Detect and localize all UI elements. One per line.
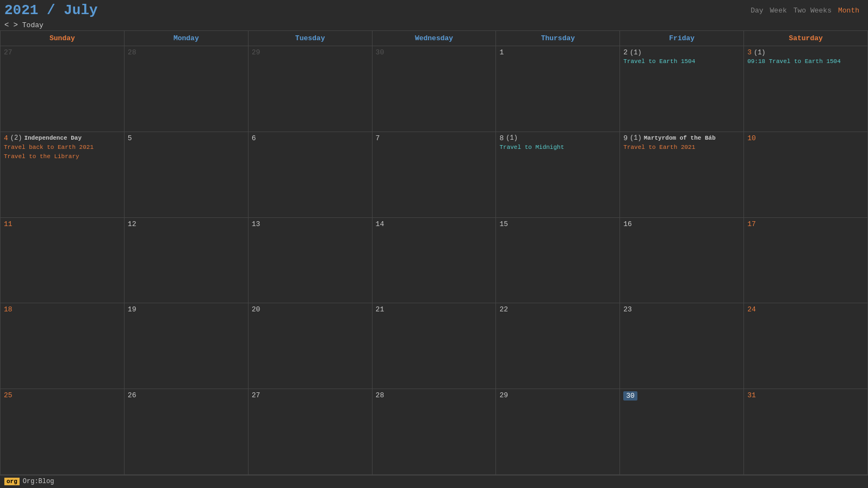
calendar-event[interactable]: Travel back to Earth 2021 [4,143,121,152]
next-button[interactable]: > [13,21,17,29]
day-number: 29 [499,391,508,399]
calendar-cell[interactable]: 7 [373,132,497,217]
calendar-cell[interactable]: 16 [620,218,744,303]
calendar-event[interactable]: 09:18 Travel to Earth 1504 [747,58,864,66]
calendar-cell[interactable]: 6 [249,132,373,217]
calendar-cell[interactable]: 17 [744,218,868,303]
event-count: (2) [10,134,22,142]
calendar-cell[interactable]: 9(1)Martyrdom of the BábTravel to Earth … [620,132,744,217]
calendar-cell[interactable]: 18 [0,303,125,389]
day-header-sunday: Sunday [0,30,125,46]
calendar-cell[interactable]: 2(1)Travel to Earth 1504 [620,46,744,132]
day-number: 25 [4,391,13,399]
year-label: 2021 [4,2,38,18]
calendar-cell[interactable]: 10 [744,132,868,217]
day-number: 7 [376,134,380,142]
calendar-cell[interactable]: 20 [249,303,373,389]
calendar-cell[interactable]: 29 [496,389,620,474]
day-number: 30 [376,48,385,57]
day-number: 10 [747,134,756,142]
day-number: 14 [376,220,385,228]
event-count: (1) [506,134,518,142]
footer: org Org:Blog [0,475,868,487]
day-number: 6 [252,134,256,142]
calendar-event[interactable]: Travel to Earth 2021 [623,143,740,152]
day-header-tuesday: Tuesday [249,30,373,46]
calendar-cell[interactable]: 24 [744,303,868,389]
calendar-cell[interactable]: 27 [249,389,373,474]
page-title: 2021 / July [4,2,98,18]
calendar-cell[interactable]: 15 [496,218,620,303]
calendar-cell[interactable]: 22 [496,303,620,389]
today-button[interactable]: Today [22,21,44,29]
view-month-button[interactable]: Month [838,7,859,15]
day-headers: SundayMondayTuesdayWednesdayThursdayFrid… [0,30,868,46]
day-number: 21 [376,305,385,314]
calendar-cell[interactable]: 27 [0,46,125,132]
calendar-week-1: 4(2)Independence DayTravel back to Earth… [0,132,868,218]
day-number: 15 [499,220,508,228]
calendar-cell[interactable]: 23 [620,303,744,389]
view-switcher: Day Week Two Weeks Month [751,7,859,15]
holiday-label: Independence Day [24,135,82,141]
day-number: 27 [4,48,13,57]
calendar-week-4: 25262728293031 [0,389,868,475]
day-number: 30 [623,391,637,401]
calendar-cell[interactable]: 19 [125,303,249,389]
event-count: (1) [630,134,642,142]
day-number: 28 [376,391,385,399]
calendar-cell[interactable]: 14 [373,218,497,303]
day-number: 9 [623,134,628,142]
calendar-event[interactable]: Travel to Earth 1504 [623,58,740,66]
calendar-event[interactable]: Travel to Midnight [499,143,616,152]
day-number: 24 [747,305,756,314]
prev-button[interactable]: < [4,21,9,29]
calendar-main: SundayMondayTuesdayWednesdayThursdayFrid… [0,30,868,475]
day-number: 12 [128,220,137,228]
day-number: 2 [623,48,628,57]
calendar-cell[interactable]: 28 [125,46,249,132]
day-number: 22 [499,305,508,314]
calendar-week-2: 11121314151617 [0,218,868,304]
calendar-cell[interactable]: 21 [373,303,497,389]
view-week-button[interactable]: Week [770,7,787,15]
calendar-cell[interactable]: 29 [249,46,373,132]
calendar-grid: 2728293012(1)Travel to Earth 15043(1)09:… [0,46,868,475]
day-number: 26 [128,391,137,399]
day-number: 23 [623,305,632,314]
calendar-cell[interactable]: 30 [373,46,497,132]
day-number: 27 [252,391,261,399]
calendar-cell[interactable]: 26 [125,389,249,474]
calendar-cell[interactable]: 12 [125,218,249,303]
day-number: 19 [128,305,137,314]
calendar-cell[interactable]: 11 [0,218,125,303]
day-number: 16 [623,220,632,228]
footer-tag: org [4,478,20,485]
view-day-button[interactable]: Day [751,7,763,15]
calendar-cell[interactable]: 5 [125,132,249,217]
day-number: 5 [128,134,132,142]
day-number: 28 [128,48,137,57]
holiday-label: Martyrdom of the Báb [644,135,716,141]
calendar-cell[interactable]: 8(1)Travel to Midnight [496,132,620,217]
calendar-cell[interactable]: 30 [620,389,744,474]
event-count: (1) [630,49,642,57]
nav-row: < > Today [0,20,868,30]
calendar-event[interactable]: Travel to the Library [4,153,121,161]
day-number: 17 [747,220,756,228]
day-header-saturday: Saturday [744,30,868,46]
calendar-cell[interactable]: 4(2)Independence DayTravel back to Earth… [0,132,125,217]
calendar-cell[interactable]: 28 [373,389,497,474]
calendar-cell[interactable]: 13 [249,218,373,303]
day-number: 8 [499,134,504,142]
day-number: 20 [252,305,261,314]
calendar-cell[interactable]: 3(1)09:18 Travel to Earth 1504 [744,46,868,132]
calendar-cell[interactable]: 1 [496,46,620,132]
day-header-wednesday: Wednesday [373,30,497,46]
calendar-week-3: 18192021222324 [0,303,868,389]
footer-label: Org:Blog [23,478,54,485]
calendar-cell[interactable]: 31 [744,389,868,474]
event-count: (1) [754,49,766,57]
calendar-cell[interactable]: 25 [0,389,125,474]
view-two-weeks-button[interactable]: Two Weeks [793,7,832,15]
